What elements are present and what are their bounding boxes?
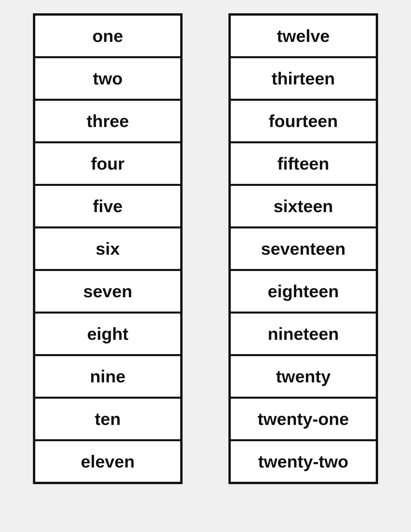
number-cell-left-1: one — [34, 15, 181, 57]
number-cell-left-5: five — [34, 185, 181, 227]
number-cell-right-14: fourteen — [230, 100, 377, 142]
number-cell-left-9: nine — [34, 355, 181, 398]
number-cell-left-11: eleven — [34, 440, 181, 483]
right-column: twelvethirteenfourteenfifteensixteenseve… — [228, 13, 378, 484]
number-cell-left-7: seven — [34, 270, 181, 313]
number-cell-right-16: sixteen — [230, 185, 377, 227]
left-column: onetwothreefourfivesixseveneightninetene… — [33, 13, 183, 484]
number-cell-right-19: nineteen — [230, 313, 377, 355]
number-cell-right-12: twelve — [230, 15, 377, 57]
number-cell-right-20: twenty — [230, 355, 377, 398]
number-cell-right-22: twenty-two — [230, 440, 377, 483]
number-cell-left-8: eight — [34, 313, 181, 355]
page-container: onetwothreefourfivesixseveneightninetene… — [7, 7, 404, 532]
number-cell-right-21: twenty-one — [230, 398, 377, 440]
number-cell-right-18: eighteen — [230, 270, 377, 313]
number-cell-left-10: ten — [34, 398, 181, 440]
number-cell-right-17: seventeen — [230, 227, 377, 270]
number-cell-left-4: four — [34, 142, 181, 185]
number-cell-left-6: six — [34, 227, 181, 270]
number-cell-right-13: thirteen — [230, 57, 377, 100]
number-cell-left-2: two — [34, 57, 181, 100]
number-cell-left-3: three — [34, 100, 181, 142]
number-cell-right-15: fifteen — [230, 142, 377, 185]
